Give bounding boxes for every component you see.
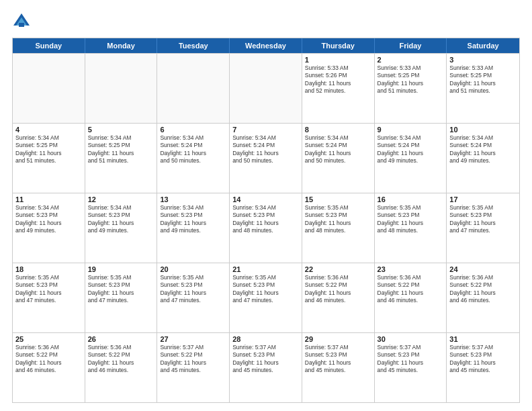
day-cell-18: 18Sunrise: 5:35 AM Sunset: 5:23 PM Dayli… [13,263,85,332]
day-info: Sunrise: 5:35 AM Sunset: 5:23 PM Dayligh… [88,274,154,305]
empty-cell [230,54,302,123]
day-cell-10: 10Sunrise: 5:34 AM Sunset: 5:24 PM Dayli… [447,124,519,193]
empty-cell [13,54,85,123]
day-number: 29 [305,335,371,343]
day-info: Sunrise: 5:36 AM Sunset: 5:22 PM Dayligh… [378,274,444,305]
day-cell-13: 13Sunrise: 5:34 AM Sunset: 5:23 PM Dayli… [157,193,230,263]
day-number: 11 [15,195,82,203]
day-number: 12 [88,195,154,203]
day-cell-20: 20Sunrise: 5:35 AM Sunset: 5:23 PM Dayli… [157,263,230,332]
day-info: Sunrise: 5:34 AM Sunset: 5:24 PM Dayligh… [232,134,299,165]
page: SundayMondayTuesdayWednesdayThursdayFrid… [0,0,532,411]
day-cell-25: 25Sunrise: 5:36 AM Sunset: 5:22 PM Dayli… [13,333,85,402]
day-number: 6 [160,126,226,134]
day-number: 31 [449,335,517,343]
day-cell-19: 19Sunrise: 5:35 AM Sunset: 5:23 PM Dayli… [85,263,158,332]
day-info: Sunrise: 5:33 AM Sunset: 5:25 PM Dayligh… [378,64,444,95]
day-info: Sunrise: 5:35 AM Sunset: 5:23 PM Dayligh… [378,204,444,235]
day-number: 7 [232,126,299,134]
day-info: Sunrise: 5:36 AM Sunset: 5:22 PM Dayligh… [449,274,517,305]
day-info: Sunrise: 5:37 AM Sunset: 5:22 PM Dayligh… [160,344,226,375]
day-info: Sunrise: 5:37 AM Sunset: 5:23 PM Dayligh… [449,344,517,375]
day-number: 16 [378,195,444,203]
day-number: 21 [232,265,299,273]
day-number: 19 [88,265,154,273]
day-number: 23 [378,265,444,273]
day-info: Sunrise: 5:37 AM Sunset: 5:23 PM Dayligh… [305,344,371,375]
day-info: Sunrise: 5:35 AM Sunset: 5:23 PM Dayligh… [449,204,517,235]
day-info: Sunrise: 5:34 AM Sunset: 5:24 PM Dayligh… [378,134,444,165]
calendar-row-5: 25Sunrise: 5:36 AM Sunset: 5:22 PM Dayli… [13,332,519,402]
day-info: Sunrise: 5:34 AM Sunset: 5:24 PM Dayligh… [160,134,226,165]
day-cell-30: 30Sunrise: 5:37 AM Sunset: 5:23 PM Dayli… [375,333,447,402]
day-number: 26 [88,335,154,343]
day-number: 30 [378,335,444,343]
day-number: 17 [449,195,517,203]
day-cell-17: 17Sunrise: 5:35 AM Sunset: 5:23 PM Dayli… [447,193,519,263]
day-info: Sunrise: 5:35 AM Sunset: 5:23 PM Dayligh… [15,274,82,305]
day-number: 1 [305,56,371,64]
weekday-header-friday: Friday [375,38,447,53]
empty-cell [157,54,230,123]
day-cell-5: 5Sunrise: 5:34 AM Sunset: 5:25 PM Daylig… [85,124,158,193]
day-info: Sunrise: 5:37 AM Sunset: 5:23 PM Dayligh… [378,344,444,375]
day-info: Sunrise: 5:34 AM Sunset: 5:23 PM Dayligh… [232,204,299,235]
day-info: Sunrise: 5:33 AM Sunset: 5:26 PM Dayligh… [305,64,371,95]
day-info: Sunrise: 5:34 AM Sunset: 5:24 PM Dayligh… [305,134,371,165]
day-info: Sunrise: 5:33 AM Sunset: 5:25 PM Dayligh… [449,64,517,95]
day-cell-11: 11Sunrise: 5:34 AM Sunset: 5:23 PM Dayli… [13,193,85,263]
calendar: SundayMondayTuesdayWednesdayThursdayFrid… [12,38,520,403]
day-info: Sunrise: 5:34 AM Sunset: 5:23 PM Dayligh… [15,204,82,235]
day-info: Sunrise: 5:34 AM Sunset: 5:23 PM Dayligh… [160,204,226,235]
calendar-row-4: 18Sunrise: 5:35 AM Sunset: 5:23 PM Dayli… [13,263,519,332]
day-number: 20 [160,265,226,273]
day-info: Sunrise: 5:36 AM Sunset: 5:22 PM Dayligh… [88,344,154,375]
day-cell-31: 31Sunrise: 5:37 AM Sunset: 5:23 PM Dayli… [447,333,519,402]
day-info: Sunrise: 5:35 AM Sunset: 5:23 PM Dayligh… [232,274,299,305]
day-cell-15: 15Sunrise: 5:35 AM Sunset: 5:23 PM Dayli… [302,193,375,263]
day-info: Sunrise: 5:34 AM Sunset: 5:25 PM Dayligh… [15,134,82,165]
weekday-header-wednesday: Wednesday [230,38,302,53]
day-cell-27: 27Sunrise: 5:37 AM Sunset: 5:22 PM Dayli… [157,333,230,402]
day-cell-22: 22Sunrise: 5:36 AM Sunset: 5:22 PM Dayli… [302,263,375,332]
day-number: 2 [378,56,444,64]
day-cell-23: 23Sunrise: 5:36 AM Sunset: 5:22 PM Dayli… [375,263,447,332]
day-number: 14 [232,195,299,203]
day-info: Sunrise: 5:35 AM Sunset: 5:23 PM Dayligh… [160,274,226,305]
day-cell-4: 4Sunrise: 5:34 AM Sunset: 5:25 PM Daylig… [13,124,85,193]
day-number: 4 [15,126,82,134]
day-cell-16: 16Sunrise: 5:35 AM Sunset: 5:23 PM Dayli… [375,193,447,263]
day-cell-8: 8Sunrise: 5:34 AM Sunset: 5:24 PM Daylig… [302,124,375,193]
day-cell-21: 21Sunrise: 5:35 AM Sunset: 5:23 PM Dayli… [230,263,302,332]
day-number: 28 [232,335,299,343]
weekday-header-thursday: Thursday [302,38,375,53]
day-cell-7: 7Sunrise: 5:34 AM Sunset: 5:24 PM Daylig… [230,124,302,193]
day-cell-12: 12Sunrise: 5:34 AM Sunset: 5:23 PM Dayli… [85,193,158,263]
calendar-row-2: 4Sunrise: 5:34 AM Sunset: 5:25 PM Daylig… [13,123,519,193]
calendar-row-1: 1Sunrise: 5:33 AM Sunset: 5:26 PM Daylig… [13,53,519,123]
day-number: 3 [449,56,517,64]
day-info: Sunrise: 5:36 AM Sunset: 5:22 PM Dayligh… [15,344,82,375]
day-number: 10 [449,126,517,134]
weekday-header-saturday: Saturday [447,38,519,53]
day-info: Sunrise: 5:37 AM Sunset: 5:23 PM Dayligh… [232,344,299,375]
svg-rect-2 [19,23,24,27]
calendar-body: 1Sunrise: 5:33 AM Sunset: 5:26 PM Daylig… [13,53,519,402]
day-info: Sunrise: 5:34 AM Sunset: 5:24 PM Dayligh… [449,134,517,165]
day-cell-1: 1Sunrise: 5:33 AM Sunset: 5:26 PM Daylig… [302,54,375,123]
day-info: Sunrise: 5:35 AM Sunset: 5:23 PM Dayligh… [305,204,371,235]
empty-cell [85,54,158,123]
calendar-header: SundayMondayTuesdayWednesdayThursdayFrid… [13,38,519,53]
logo-icon [12,12,31,31]
day-cell-29: 29Sunrise: 5:37 AM Sunset: 5:23 PM Dayli… [302,333,375,402]
day-number: 18 [15,265,82,273]
header [12,12,520,31]
weekday-header-sunday: Sunday [13,38,85,53]
weekday-header-tuesday: Tuesday [157,38,230,53]
calendar-row-3: 11Sunrise: 5:34 AM Sunset: 5:23 PM Dayli… [13,193,519,263]
day-number: 27 [160,335,226,343]
day-number: 24 [449,265,517,273]
day-cell-24: 24Sunrise: 5:36 AM Sunset: 5:22 PM Dayli… [447,263,519,332]
day-number: 22 [305,265,371,273]
logo [12,12,34,31]
